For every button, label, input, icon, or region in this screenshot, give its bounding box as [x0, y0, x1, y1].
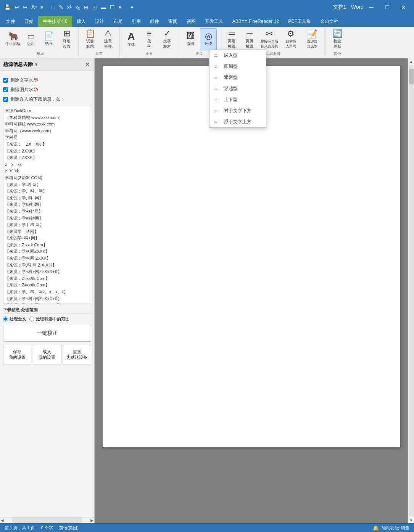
- check-update-icon: 🔄: [332, 29, 343, 38]
- tab-review[interactable]: 审阅: [164, 16, 182, 27]
- watermark-text-label[interactable]: 删除文字水印: [10, 77, 38, 84]
- wrap-option-topbottom[interactable]: ≡ 上下型: [209, 94, 266, 105]
- hscroll-left-button[interactable]: ◀: [0, 518, 5, 524]
- exam-title-label: 试卷标题: [86, 39, 94, 49]
- niuniu-button[interactable]: 🐂 牛牛排版: [5, 28, 21, 50]
- tab-abbyy[interactable]: ABBYY FineReader 12: [228, 16, 284, 27]
- image-buttons: 🖼 微图 ◎ 环绕: [182, 28, 217, 50]
- qa-icon-3[interactable]: x²: [66, 3, 73, 11]
- document-area[interactable]: [95, 58, 408, 523]
- check-update-button[interactable]: 🔄 检查更新: [329, 28, 346, 50]
- download-info-label[interactable]: 删除嵌入的下载信息，如：: [10, 96, 65, 103]
- notice-button[interactable]: ⚠ 注意事项: [100, 28, 116, 50]
- tab-jinshan[interactable]: 金山文档: [316, 16, 343, 27]
- undo-icon[interactable]: ↩: [13, 3, 20, 11]
- detail-settings-button[interactable]: ⊞ 详细设置: [58, 28, 75, 50]
- source-info-remove-button[interactable]: 📝 题源信息去除: [302, 28, 322, 50]
- ribbon-group-body: A 字体 ≡ 段落 ✓ 文字校对 正文: [120, 27, 179, 57]
- radio-selected[interactable]: 处理我选中的范围: [29, 316, 69, 322]
- proofread-button[interactable]: ✓ 文字校对: [159, 28, 176, 50]
- save-icon[interactable]: 💾: [3, 3, 12, 11]
- tab-developer[interactable]: 开发工具: [200, 16, 228, 27]
- save-settings-button[interactable]: 保存我的设置: [3, 345, 31, 365]
- hscroll-track[interactable]: [12, 518, 82, 523]
- wrap-option-behind-text[interactable]: ≡ 衬于文字下方: [209, 105, 266, 116]
- redo-icon[interactable]: ↪: [22, 3, 29, 11]
- qa-icon-2[interactable]: ✎: [58, 3, 64, 11]
- tab-layout[interactable]: 布局: [109, 16, 127, 27]
- one-click-correct-button[interactable]: 一键校正: [3, 325, 91, 342]
- panel-expand-icon[interactable]: ▾: [35, 62, 37, 67]
- header-rule-label: 页眉横线: [228, 39, 235, 49]
- header-buttons: 📋 试卷标题 ⚠ 注意事项: [82, 28, 116, 50]
- checkbox-watermark-image: 删除图片水印: [3, 87, 91, 93]
- vscroll-up-button[interactable]: ▲: [408, 58, 414, 64]
- auto-insert-page-button[interactable]: ⚙ 自动插入页码: [281, 28, 301, 50]
- tab-view[interactable]: 视图: [182, 16, 200, 27]
- maximize-button[interactable]: □: [380, 0, 395, 14]
- radio-all-text-input[interactable]: [3, 317, 8, 321]
- tab-pdf[interactable]: PDF工具集: [284, 16, 316, 27]
- hscroll-right-button[interactable]: ▶: [90, 518, 94, 524]
- pattern-line-7: 【来源：ZXXK】: [5, 148, 89, 155]
- minimize-button[interactable]: ─: [364, 0, 379, 14]
- margin-button[interactable]: ▭ 边距: [23, 28, 39, 50]
- tab-references[interactable]: 引用: [127, 16, 145, 27]
- qa-icon-8[interactable]: ☐: [109, 3, 116, 11]
- tab-design[interactable]: 设计: [90, 16, 109, 27]
- download-info-checkbox[interactable]: [3, 97, 8, 102]
- accessibility-icon[interactable]: 🔔: [373, 525, 379, 531]
- header-rule-button[interactable]: ═ 页眉横线: [223, 28, 240, 50]
- reset-settings-button[interactable]: 重置为默认设备: [63, 345, 91, 365]
- panel-horizontal-scrollbar[interactable]: ◀ ▶: [0, 517, 94, 523]
- watermark-image-checkbox[interactable]: [3, 87, 8, 92]
- wrap-dropdown-menu: ≡ 嵌入型 ≡ 四周型 ≡ 紧密型 ≡ 穿越型 ≡ 上下型 ≡ 衬于文字下方 ≡…: [209, 50, 266, 128]
- wrap-option-tight[interactable]: ≡ 紧密型: [209, 72, 266, 83]
- wrap-button[interactable]: ◎ 环绕: [200, 28, 217, 50]
- qa-icon-6[interactable]: ⊡: [91, 3, 98, 11]
- vscroll-track[interactable]: [409, 65, 414, 516]
- body-buttons: A 字体 ≡ 段落 ✓ 文字校对: [123, 28, 176, 50]
- qa-icon-9[interactable]: ✦: [129, 3, 135, 11]
- tab-mailings[interactable]: 邮件: [145, 16, 164, 27]
- qa-icon-7[interactable]: ▬: [100, 3, 107, 11]
- radio-all-text[interactable]: 处理全文: [3, 316, 26, 322]
- panel-close-button[interactable]: ✕: [84, 61, 91, 68]
- radio-selected-input[interactable]: [29, 317, 34, 321]
- source-patterns-textarea[interactable]: 来源ZxxkCom （学科网精校 www.zxxk.com） 学科网精校 www…: [3, 106, 91, 304]
- exam-title-button[interactable]: 📋 试卷标题: [82, 28, 98, 50]
- watermark-text-checkbox[interactable]: [3, 78, 8, 83]
- footer-rule-button[interactable]: ─ 页脚横线: [241, 28, 258, 50]
- vertical-scrollbar[interactable]: ▲ ▼: [408, 58, 414, 523]
- tab-niuniu[interactable]: 牛牛排版4.0: [38, 16, 72, 27]
- load-settings-button[interactable]: 载入我的设置: [33, 345, 61, 365]
- qa-icon-1[interactable]: □: [50, 3, 56, 11]
- layout-group-label: 布局: [36, 51, 44, 56]
- wrap-option-through[interactable]: ≡ 穿越型: [209, 83, 266, 94]
- tab-start[interactable]: 开始: [20, 16, 38, 27]
- qa-dropdown2-icon[interactable]: ▾: [118, 3, 122, 11]
- pattern-line-15: 【来源：学§科§网】: [5, 201, 89, 208]
- tab-file[interactable]: 文件: [2, 16, 20, 27]
- close-button[interactable]: ✕: [396, 0, 411, 14]
- wrap-option-front-text[interactable]: ≡ 浮于文字上方: [209, 116, 266, 127]
- paper-button[interactable]: 📄 纸张: [40, 28, 57, 50]
- delete-header-shape-button[interactable]: ✂ 删除从页眉插入的形状: [259, 28, 280, 50]
- format-icon[interactable]: Aᵃ: [30, 3, 38, 11]
- font-button[interactable]: A 字体: [123, 28, 140, 50]
- qa-icon-5[interactable]: ⊞: [83, 3, 90, 11]
- body-group-label: 正文: [145, 51, 153, 56]
- paragraph-button[interactable]: ≡ 段落: [141, 28, 158, 50]
- vscroll-thumb[interactable]: [409, 69, 414, 84]
- tab-insert[interactable]: 插入: [72, 16, 90, 27]
- qa-icon-4[interactable]: x₂: [74, 3, 81, 11]
- header-group-label: 卷首: [95, 51, 103, 56]
- vscroll-down-button[interactable]: ▼: [408, 517, 414, 523]
- qa-dropdown-icon[interactable]: ▾: [39, 3, 44, 11]
- delete-header-shape-icon: ✂: [266, 30, 273, 38]
- watermark-image-label[interactable]: 删除图片水印: [10, 87, 38, 93]
- wrap-option-square[interactable]: ≡ 四周型: [209, 61, 266, 72]
- pattern-line-22: 【来源：学科网ZXXK】: [5, 248, 89, 255]
- micro-image-button[interactable]: 🖼 微图: [182, 28, 199, 50]
- wrap-option-inline[interactable]: ≡ 嵌入型: [209, 50, 266, 61]
